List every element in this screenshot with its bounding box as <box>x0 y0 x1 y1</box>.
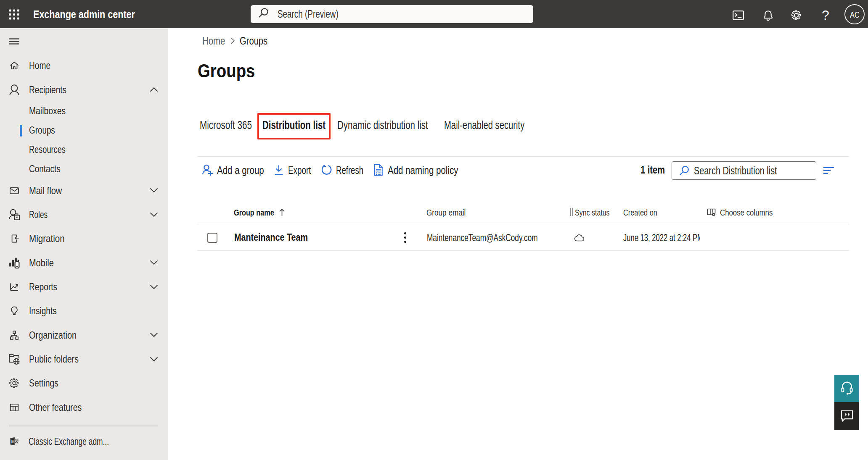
svg-text:E: E <box>11 439 14 444</box>
